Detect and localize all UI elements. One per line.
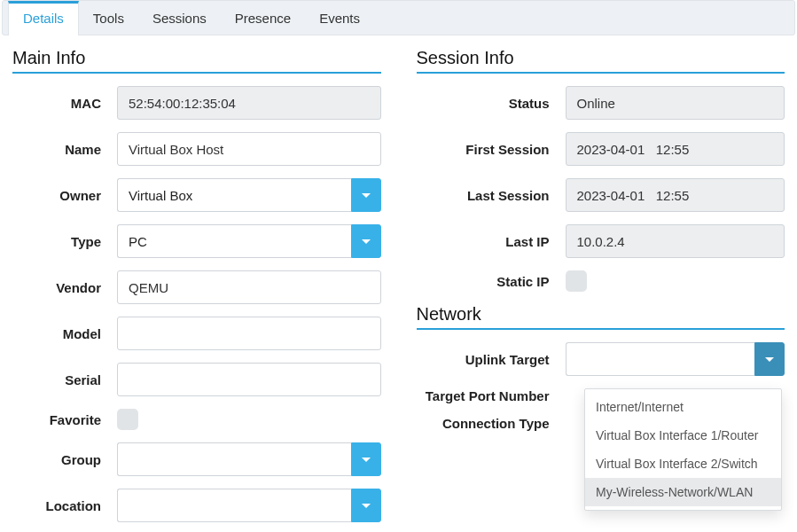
- owner-select[interactable]: Virtual Box: [117, 178, 381, 212]
- uplink-target-value: [566, 342, 755, 376]
- static-ip-checkbox[interactable]: [566, 270, 587, 292]
- first-session-field: [566, 132, 785, 166]
- type-select-value: PC: [117, 224, 351, 258]
- type-select-button[interactable]: [351, 224, 381, 258]
- first-session-label: First Session: [417, 142, 550, 157]
- location-select[interactable]: [117, 489, 381, 522]
- divider: [417, 328, 785, 330]
- caret-down-icon: [362, 504, 371, 508]
- location-label: Location: [12, 498, 101, 513]
- type-select[interactable]: PC: [117, 224, 381, 258]
- name-field[interactable]: [117, 132, 381, 166]
- tab-bar: Details Tools Sessions Presence Events: [2, 0, 795, 35]
- uplink-target-button[interactable]: [754, 342, 785, 376]
- serial-field[interactable]: [117, 363, 381, 396]
- owner-select-button[interactable]: [351, 178, 381, 212]
- location-select-value: [117, 489, 351, 522]
- favorite-checkbox[interactable]: [117, 409, 138, 430]
- group-label: Group: [12, 452, 101, 467]
- caret-down-icon: [765, 357, 774, 362]
- favorite-label: Favorite: [12, 412, 101, 427]
- tab-tools[interactable]: Tools: [79, 1, 138, 35]
- owner-select-value: Virtual Box: [117, 178, 351, 212]
- static-ip-label: Static IP: [417, 274, 550, 289]
- divider: [12, 72, 381, 74]
- caret-down-icon: [362, 458, 371, 462]
- last-ip-label: Last IP: [417, 234, 550, 249]
- uplink-option[interactable]: Internet/Internet: [585, 393, 781, 421]
- last-ip-field: [566, 224, 785, 258]
- uplink-option[interactable]: Virtual Box Interface 1/Router: [585, 421, 781, 450]
- uplink-target-dropdown: Internet/Internet Virtual Box Interface …: [584, 388, 782, 511]
- uplink-option[interactable]: Virtual Box Interface 2/Switch: [585, 450, 781, 478]
- main-info-title: Main Info: [12, 48, 381, 68]
- mac-label: MAC: [12, 96, 101, 111]
- name-label: Name: [12, 142, 101, 157]
- network-title: Network: [417, 304, 785, 325]
- model-field[interactable]: [117, 317, 381, 350]
- uplink-target-label: Uplink Target: [417, 352, 550, 367]
- vendor-label: Vendor: [12, 280, 101, 295]
- caret-down-icon: [362, 193, 371, 198]
- group-select-button[interactable]: [351, 442, 381, 476]
- model-label: Model: [12, 326, 101, 341]
- status-field: [566, 86, 785, 120]
- uplink-option[interactable]: My-Wireless-Network/WLAN: [585, 478, 781, 506]
- type-label: Type: [12, 234, 101, 249]
- connection-type-label: Connection Type: [417, 416, 550, 431]
- location-select-button[interactable]: [351, 489, 381, 522]
- group-select-value: [117, 442, 351, 476]
- main-info-section: Main Info MAC Name Owner Virtual Box: [12, 43, 381, 532]
- divider: [417, 72, 785, 74]
- tab-details[interactable]: Details: [8, 1, 79, 35]
- session-info-title: Session Info: [417, 48, 785, 68]
- last-session-label: Last Session: [417, 188, 550, 203]
- caret-down-icon: [362, 239, 371, 244]
- tab-events[interactable]: Events: [305, 1, 374, 35]
- target-port-label: Target Port Number: [417, 388, 550, 403]
- tab-sessions[interactable]: Sessions: [138, 1, 221, 35]
- tab-presence[interactable]: Presence: [221, 1, 305, 35]
- owner-label: Owner: [12, 188, 101, 203]
- serial-label: Serial: [12, 372, 101, 387]
- status-label: Status: [417, 96, 550, 111]
- group-select[interactable]: [117, 442, 381, 476]
- last-session-field: [566, 178, 785, 212]
- uplink-target-select[interactable]: [566, 342, 785, 376]
- vendor-field[interactable]: [117, 270, 381, 304]
- mac-field: [117, 86, 381, 120]
